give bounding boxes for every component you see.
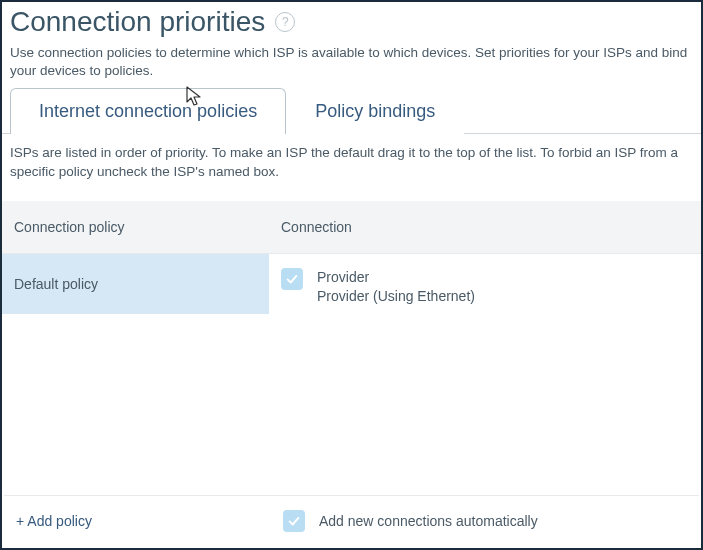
check-icon (287, 514, 301, 528)
connection-text: Provider Provider (Using Ethernet) (317, 268, 475, 306)
auto-add-checkbox[interactable] (283, 510, 305, 532)
help-icon[interactable]: ? (275, 12, 295, 32)
policy-grid: Connection policy Default policy Connect… (2, 201, 701, 320)
connection-subtitle: Provider (Using Ethernet) (317, 287, 475, 306)
tab-internet-connection-policies[interactable]: Internet connection policies (10, 88, 286, 134)
tab-policy-bindings[interactable]: Policy bindings (286, 88, 464, 134)
add-policy-link[interactable]: + Add policy (16, 513, 92, 529)
footer: + Add policy Add new connections automat… (4, 495, 699, 546)
intro-text: Use connection policies to determine whi… (2, 38, 701, 88)
column-header-policy: Connection policy (2, 201, 269, 254)
connection-row: Provider Provider (Using Ethernet) (269, 254, 701, 320)
tab-bar: Internet connection policies Policy bind… (2, 88, 701, 134)
auto-add-label: Add new connections automatically (319, 513, 538, 529)
tab-description: ISPs are listed in order of priority. To… (2, 134, 701, 200)
connection-checkbox[interactable] (281, 268, 303, 290)
page-title: Connection priorities (10, 6, 265, 38)
check-icon (285, 272, 299, 286)
policy-row-default[interactable]: Default policy (2, 254, 269, 314)
column-header-connection: Connection (269, 201, 701, 254)
connection-title: Provider (317, 268, 475, 287)
